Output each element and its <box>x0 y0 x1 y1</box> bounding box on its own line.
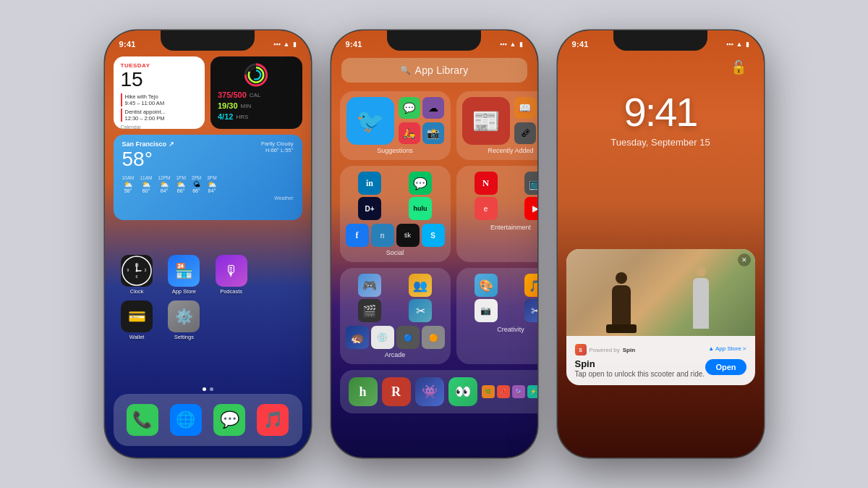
app-library-grid: 🐦 💬 ☁ 🛵 📸 Suggestions 📰 📖 🌍 <box>340 91 529 413</box>
clock-icon: 12 3 6 9 <box>121 255 153 287</box>
app-podcasts-label: Podcasts <box>220 288 242 295</box>
lock-time-display: 9:41 <box>558 88 764 135</box>
phone-homescreen: 9:41 ▪▪▪ ▲ ▮ TUESDAY 15 Hike with Tejo 9… <box>105 30 311 458</box>
weather-temp: 58° <box>122 148 174 171</box>
folder-entertainment-label: Entertainment <box>462 224 537 231</box>
calendar-widget[interactable]: TUESDAY 15 Hike with Tejo 9:45 – 11:00 A… <box>114 56 205 129</box>
folder-utilities[interactable]: h R 👾 👀 🌿 📌 🔮 ⚡ <box>340 370 537 413</box>
status-icons-2: ▪▪▪ ▲ ▮ <box>500 41 523 48</box>
notif-open-button[interactable]: Open <box>705 359 746 375</box>
app-appstore[interactable]: 🏪 App Store <box>163 255 205 295</box>
notch <box>161 30 255 51</box>
notif-app-row: S Powered by Spin ▲ App Store > <box>575 342 746 356</box>
widget-row-1: TUESDAY 15 Hike with Tejo 9:45 – 11:00 A… <box>114 56 302 129</box>
calendar-day-num: 15 <box>121 69 198 91</box>
fitness-widget[interactable]: 375/500 CAL 19/30 MIN 4/12 HRS <box>210 56 302 129</box>
notch-2 <box>387 30 481 51</box>
app-store-link[interactable]: ▲ App Store > <box>708 345 746 352</box>
weather-widget[interactable]: San Francisco ↗ 58° Partly Cloudy H:66° … <box>114 135 302 220</box>
folder-entertainment[interactable]: N 📺 e ▶ Entertainment <box>456 166 537 262</box>
weather-hourly: 10AM⛅58° 11AM⛅60° 12PM⛅64° 1PM⛅66° 2PM🌤6… <box>122 175 294 193</box>
search-bar[interactable]: 🔍 App Library <box>341 58 527 83</box>
folder-social[interactable]: in 💬 D+ hulu f n tik S Social <box>340 166 451 262</box>
search-bar-text: App Library <box>415 64 469 76</box>
wifi-icon-3: ▲ <box>736 41 743 48</box>
folder-creativity[interactable]: 🎨 🎵 📷 ✂ Creativity <box>456 268 537 364</box>
folder-arcade-label: Arcade <box>346 351 445 358</box>
notification-card[interactable]: ✕ S Powered by Spin ▲ App Store > Spin T… <box>566 249 755 385</box>
notif-close-btn[interactable]: ✕ <box>738 253 751 266</box>
lock-time-area: 9:41 Tuesday, September 15 <box>558 88 764 148</box>
folder-suggestions[interactable]: 🐦 💬 ☁ 🛵 📸 Suggestions <box>340 91 451 160</box>
app-grid: 12 3 6 9 Clock 🏪 App Store 🎙 <box>116 255 299 340</box>
weather-label: Weather <box>122 195 294 201</box>
page-dots <box>105 387 311 391</box>
lock-date-display: Tuesday, September 15 <box>558 137 764 148</box>
battery-icon-2: ▮ <box>519 41 523 48</box>
status-icons-3: ▪▪▪ ▲ ▮ <box>726 41 749 48</box>
lock-icon: 🔓 <box>731 59 746 75</box>
app-podcasts[interactable]: 🎙 Podcasts <box>210 255 252 295</box>
dot-2 <box>210 387 213 391</box>
svg-text:3: 3 <box>145 268 147 272</box>
weather-hilo: H:66° L:55° <box>261 147 294 153</box>
signal-icon-2: ▪▪▪ <box>500 41 507 48</box>
widgets-area: TUESDAY 15 Hike with Tejo 9:45 – 11:00 A… <box>114 56 302 220</box>
signal-icon-3: ▪▪▪ <box>726 41 733 48</box>
notif-photo: ✕ <box>566 249 755 336</box>
spin-logo: S <box>575 344 587 356</box>
phone-lockscreen: 9:41 ▪▪▪ ▲ ▮ 🔓 9:41 Tuesday, September 1… <box>558 30 764 458</box>
calendar-label: Calendar <box>121 125 198 129</box>
wifi-icon-2: ▲ <box>510 41 516 48</box>
fitness-rings <box>239 62 273 88</box>
app-clock-label: Clock <box>130 288 144 295</box>
spin-name: Spin <box>623 347 635 353</box>
notch-3 <box>613 30 707 51</box>
dot-1 <box>203 387 206 391</box>
folder-social-label: Social <box>346 249 445 256</box>
app-clock[interactable]: 12 3 6 9 Clock <box>116 255 158 295</box>
svg-text:6: 6 <box>136 274 138 279</box>
dock-phone[interactable]: 📞 <box>127 404 158 436</box>
status-time-1: 9:41 <box>119 40 136 49</box>
calendar-event-1: Hike with Tejo 9:45 – 11:00 AM <box>121 93 198 106</box>
status-time-2: 9:41 <box>346 40 362 49</box>
wifi-icon: ▲ <box>284 41 290 48</box>
svg-text:9: 9 <box>127 268 129 272</box>
app-appstore-label: App Store <box>172 288 196 295</box>
signal-icon: ▪▪▪ <box>273 41 281 48</box>
app-wallet[interactable]: 💳 Wallet <box>116 300 158 340</box>
status-time-3: 9:41 <box>572 40 589 49</box>
dock-safari[interactable]: 🌐 <box>170 404 202 436</box>
folder-suggestions-label: Suggestions <box>346 147 445 154</box>
folder-arcade[interactable]: 🎮 👥 🎬 ✂ 🦔 💿 🔵 🟠 Arcade <box>340 268 451 364</box>
powered-by-text: Powered by <box>590 347 620 353</box>
app-empty <box>258 255 299 295</box>
fitness-cal-row: 375/500 CAL <box>218 91 295 99</box>
weather-desc: Partly Cloudy <box>261 140 294 147</box>
battery-icon: ▮ <box>293 41 297 48</box>
weather-city: San Francisco ↗ <box>122 140 174 148</box>
search-icon: 🔍 <box>400 65 411 75</box>
fitness-min-row: 19/30 MIN <box>218 101 295 110</box>
search-bar-container[interactable]: 🔍 App Library <box>341 58 527 83</box>
status-icons-1: ▪▪▪ ▲ ▮ <box>273 41 297 48</box>
dock: 📞 🌐 💬 🎵 <box>114 394 302 446</box>
fitness-hrs-row: 4/12 HRS <box>218 112 295 121</box>
app-settings-label: Settings <box>174 334 194 340</box>
dock-messages[interactable]: 💬 <box>213 404 245 436</box>
dock-music[interactable]: 🎵 <box>257 404 289 436</box>
folder-recently-label: Recently Added <box>462 147 537 154</box>
app-settings[interactable]: ⚙️ Settings <box>163 300 205 340</box>
folder-recently-added[interactable]: 📰 📖 🌍 🗞 📋 Recently Added <box>456 91 537 160</box>
folder-creativity-label: Creativity <box>462 326 537 333</box>
calendar-event-2: Dentist appoint... 12:30 – 2:00 PM <box>121 109 198 122</box>
app-wallet-label: Wallet <box>129 334 145 340</box>
powered-row: S Powered by Spin <box>575 344 636 356</box>
battery-icon-3: ▮ <box>746 41 749 48</box>
phone-applibrary: 9:41 ▪▪▪ ▲ ▮ 🔍 App Library 🐦 💬 <box>331 30 537 458</box>
svg-point-13 <box>136 270 138 272</box>
